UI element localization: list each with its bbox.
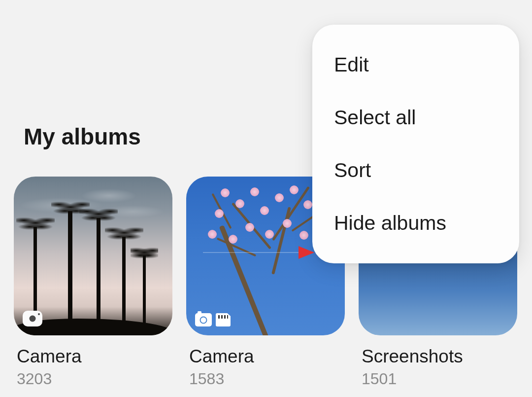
album-name: Camera bbox=[186, 346, 345, 367]
menu-item-sort[interactable]: Sort bbox=[312, 144, 519, 197]
album-name: Camera bbox=[14, 346, 172, 367]
album-card[interactable]: Camera 3203 bbox=[14, 177, 172, 388]
album-count: 1501 bbox=[359, 370, 517, 388]
camera-icon bbox=[23, 311, 42, 326]
page-title: My albums bbox=[24, 123, 141, 150]
sd-card-icon bbox=[216, 313, 231, 326]
album-count: 1583 bbox=[186, 370, 345, 388]
menu-item-select-all[interactable]: Select all bbox=[312, 91, 519, 144]
menu-item-hide-albums[interactable]: Hide albums bbox=[312, 197, 519, 250]
camera-icon bbox=[195, 313, 212, 326]
album-name: Screenshots bbox=[359, 346, 517, 367]
overflow-menu: Edit Select all Sort Hide albums bbox=[312, 25, 519, 263]
album-thumbnail[interactable] bbox=[14, 177, 172, 335]
album-count: 3203 bbox=[14, 370, 172, 388]
menu-item-edit[interactable]: Edit bbox=[312, 38, 519, 91]
